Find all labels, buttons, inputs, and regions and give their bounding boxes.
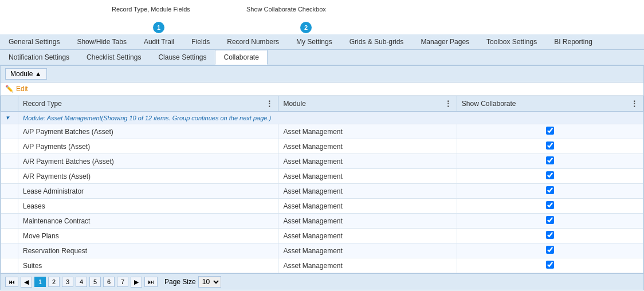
collaborate-checkbox[interactable] <box>546 127 554 135</box>
table-row: Move Plans Asset Management <box>1 229 643 243</box>
pencil-icon: ✏️ <box>5 85 14 93</box>
tab-my-settings[interactable]: My Settings <box>288 34 341 49</box>
row-record-type: Reservation Request <box>18 243 278 258</box>
row-module: Asset Management <box>278 124 457 139</box>
module-bar: Module ▲ <box>1 66 643 82</box>
edit-bar: ✏️ Edit <box>1 82 643 96</box>
table-row: Suites Asset Management <box>1 258 643 273</box>
row-record-type: A/R Payment Batches (Asset) <box>18 154 278 169</box>
tab-bi-reporting[interactable]: BI Reporting <box>545 34 601 49</box>
collaborate-checkbox[interactable] <box>546 261 554 269</box>
row-index <box>1 139 18 154</box>
col-record-type-label: Record Type <box>23 100 62 108</box>
annotation-circle-1: 1 <box>153 22 164 33</box>
edit-button[interactable]: ✏️ Edit <box>5 85 28 93</box>
tab-notification-settings[interactable]: Notification Settings <box>0 50 78 65</box>
tab-show-hide-tabs[interactable]: Show/Hide Tabs <box>68 34 135 49</box>
row-record-type: A/P Payments (Asset) <box>18 139 278 154</box>
tab-row-1: General Settings Show/Hide Tabs Audit Tr… <box>0 34 644 50</box>
table-row: Lease Administrator Asset Management <box>1 184 643 199</box>
tab-audit-trail[interactable]: Audit Trail <box>135 34 183 49</box>
collaborate-checkbox[interactable] <box>546 141 554 150</box>
table-row: Reservation Request Asset Management <box>1 243 643 258</box>
page-3-button[interactable]: 3 <box>62 277 73 287</box>
tab-general-settings[interactable]: General Settings <box>0 34 68 49</box>
row-module: Asset Management <box>278 139 457 154</box>
col-show-collaborate: Show Collaborate ⋮ <box>457 96 643 112</box>
tab-row-2: Notification Settings Checklist Settings… <box>0 50 644 65</box>
page-5-button[interactable]: 5 <box>89 277 101 287</box>
page-size-label: Page Size <box>164 278 196 286</box>
tab-clause-settings[interactable]: Clause Settings <box>150 50 215 65</box>
col-expand <box>1 96 18 112</box>
row-show-collaborate <box>457 229 643 243</box>
page-size-select[interactable]: 10 25 50 <box>198 276 221 288</box>
tab-record-numbers[interactable]: Record Numbers <box>218 34 288 49</box>
row-index <box>1 184 18 199</box>
row-show-collaborate <box>457 214 643 229</box>
row-module: Asset Management <box>278 258 457 273</box>
page-6-button[interactable]: 6 <box>103 277 115 287</box>
pagination-bar: ⏮ ◀ 1 2 3 4 5 6 7 ▶ ⏭ Page Size 10 25 50 <box>1 273 643 290</box>
tab-toolbox-settings[interactable]: Toolbox Settings <box>478 34 545 49</box>
tab-manager-pages[interactable]: Manager Pages <box>412 34 478 49</box>
group-expand-icon[interactable]: ▾ <box>1 112 18 124</box>
col-module-dots[interactable]: ⋮ <box>444 99 452 108</box>
table-row: A/P Payments (Asset) Asset Management <box>1 139 643 154</box>
data-table: Record Type ⋮ Module ⋮ Show Collaborate … <box>1 96 643 273</box>
row-show-collaborate <box>457 139 643 154</box>
row-module: Asset Management <box>278 229 457 243</box>
col-show-collaborate-label: Show Collaborate <box>462 100 516 108</box>
page-1-button[interactable]: 1 <box>34 277 46 287</box>
row-index <box>1 229 18 243</box>
collaborate-checkbox[interactable] <box>546 246 554 254</box>
row-module: Asset Management <box>278 184 457 199</box>
row-module: Asset Management <box>278 154 457 169</box>
collaborate-checkbox[interactable] <box>546 216 554 224</box>
table-row: A/R Payments (Asset) Asset Management <box>1 169 643 184</box>
tab-grids-subgrids[interactable]: Grids & Sub-grids <box>341 34 413 49</box>
row-record-type: Move Plans <box>18 229 278 243</box>
row-module: Asset Management <box>278 199 457 214</box>
page-7-button[interactable]: 7 <box>117 277 128 287</box>
row-index <box>1 154 18 169</box>
tab-collaborate[interactable]: Collaborate <box>215 50 267 65</box>
page-4-button[interactable]: 4 <box>76 277 87 287</box>
collaborate-checkbox[interactable] <box>546 156 554 164</box>
collaborate-checkbox[interactable] <box>546 186 554 194</box>
row-index <box>1 258 18 273</box>
row-show-collaborate <box>457 199 643 214</box>
module-button[interactable]: Module ▲ <box>5 68 47 80</box>
page-first-button[interactable]: ⏮ <box>5 277 18 287</box>
row-show-collaborate <box>457 154 643 169</box>
tab-fields[interactable]: Fields <box>183 34 218 49</box>
row-index <box>1 199 18 214</box>
collaborate-checkbox[interactable] <box>546 201 554 209</box>
row-show-collaborate <box>457 169 643 184</box>
tab-checklist-settings[interactable]: Checklist Settings <box>78 50 150 65</box>
table-row: A/R Payment Batches (Asset) Asset Manage… <box>1 154 643 169</box>
annotation-label-2: Show Collaborate Checkbox <box>246 6 326 13</box>
main-content: Module ▲ ✏️ Edit Record Type ⋮ Module <box>0 65 644 290</box>
col-module-label: Module <box>283 100 305 108</box>
col-show-collaborate-dots[interactable]: ⋮ <box>630 99 638 108</box>
page-last-button[interactable]: ⏭ <box>144 277 158 287</box>
col-record-type-dots[interactable]: ⋮ <box>265 99 273 108</box>
page-2-button[interactable]: 2 <box>48 277 60 287</box>
row-record-type: Suites <box>18 258 278 273</box>
collaborate-checkbox[interactable] <box>546 231 554 239</box>
row-index <box>1 124 18 139</box>
page-prev-button[interactable]: ◀ <box>21 277 32 288</box>
table-row: Leases Asset Management <box>1 199 643 214</box>
row-module: Asset Management <box>278 214 457 229</box>
edit-label: Edit <box>16 85 28 93</box>
group-row: ▾ Module: Asset Management(Showing 10 of… <box>1 112 643 124</box>
row-index <box>1 214 18 229</box>
collaborate-checkbox[interactable] <box>546 171 554 179</box>
row-show-collaborate <box>457 184 643 199</box>
row-record-type: Maintenance Contract <box>18 214 278 229</box>
annotation-label-1: Record Type, Module Fields <box>112 6 190 13</box>
row-record-type: A/R Payments (Asset) <box>18 169 278 184</box>
page-next-button[interactable]: ▶ <box>131 277 142 288</box>
row-show-collaborate <box>457 258 643 273</box>
